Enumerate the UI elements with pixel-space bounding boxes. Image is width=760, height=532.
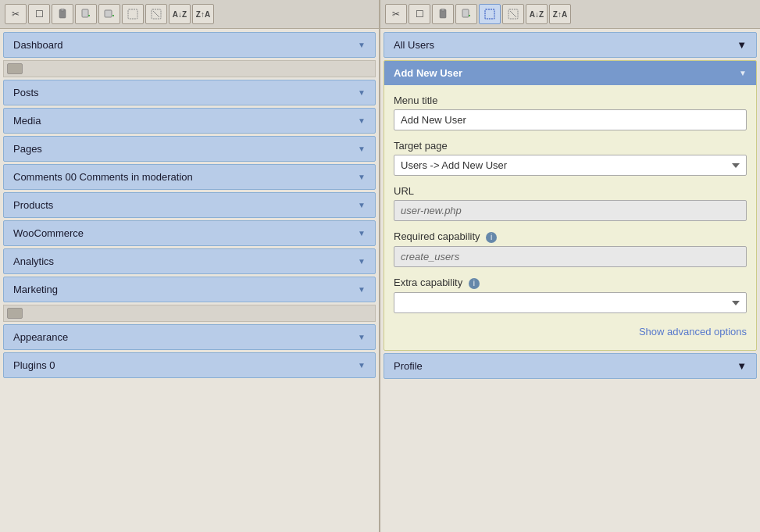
chevron-icon: ▼ [358, 201, 366, 209]
left-panel-content: Dashboard ▼ Posts ▼ Media ▼ Pages ▼ [0, 29, 379, 532]
chevron-icon: ▼ [358, 173, 366, 181]
extra-capability-group: Extra capability i edit_posts manage_opt… [394, 277, 747, 313]
chevron-icon: ▼ [358, 361, 366, 370]
chevron-icon: ▼ [358, 333, 366, 341]
form-body: Menu title Target page Users -> Add New … [384, 85, 756, 350]
profile-header[interactable]: Profile ▼ [384, 353, 757, 379]
nav-item-media[interactable]: Media ▼ [3, 108, 376, 134]
chevron-icon: ▼ [358, 285, 366, 294]
left-toolbar: ✂ ☐ A↓Z Z↑A [0, 0, 379, 29]
copy-button[interactable]: ☐ [28, 4, 50, 24]
paste-right-button[interactable] [432, 4, 454, 24]
chevron-icon: ▼ [358, 88, 366, 97]
right-toolbar: ✂ ☐ A↓Z Z↑A [380, 0, 760, 29]
add-item-button[interactable] [98, 4, 120, 24]
chevron-icon: ▼ [358, 41, 366, 49]
nav-item-marketing[interactable]: Marketing ▼ [3, 277, 376, 302]
svg-rect-8 [128, 9, 137, 19]
nav-item-analytics[interactable]: Analytics ▼ [3, 248, 376, 274]
all-users-label: All Users [394, 39, 434, 51]
sort-az-button[interactable]: A↓Z [169, 4, 191, 24]
url-group: URL [394, 185, 747, 221]
svg-rect-16 [485, 9, 494, 19]
show-advanced-container: Show advanced options [394, 323, 747, 341]
nav-item-comments[interactable]: Comments 00 Comments in moderation ▼ [3, 164, 376, 190]
left-panel: ✂ ☐ A↓Z Z↑A [0, 0, 380, 532]
target-page-label: Target page [394, 140, 747, 152]
all-users-header[interactable]: All Users ▼ [384, 32, 757, 58]
scrollbar-indicator-1[interactable] [3, 60, 376, 77]
new-right-button[interactable] [455, 4, 477, 24]
extra-capability-select[interactable]: edit_posts manage_options create_users [394, 292, 747, 313]
show-advanced-link[interactable]: Show advanced options [639, 326, 747, 337]
nav-item-appearance[interactable]: Appearance ▼ [3, 324, 376, 350]
add-new-user-item: Add New User ▼ Menu title Target page Us… [384, 60, 757, 351]
nav-item-plugins[interactable]: Plugins 0 ▼ [3, 352, 376, 378]
expanded-header-label: Add New User [394, 67, 462, 79]
expanded-header-chevron: ▼ [739, 69, 747, 77]
select-right-button[interactable] [479, 4, 501, 24]
new-page-button[interactable] [75, 4, 97, 24]
sort-za-button[interactable]: Z↑A [192, 4, 214, 24]
chevron-icon: ▼ [358, 145, 366, 153]
nav-item-dashboard[interactable]: Dashboard ▼ [3, 32, 376, 58]
svg-rect-1 [61, 9, 64, 11]
chevron-icon: ▼ [358, 257, 366, 266]
cut-button[interactable]: ✂ [5, 4, 27, 24]
extra-capability-info-icon[interactable]: i [469, 278, 480, 289]
required-capability-label: Required capability i [394, 230, 747, 243]
copy-right-button[interactable]: ☐ [409, 4, 430, 24]
chevron-icon: ▼ [737, 360, 747, 372]
svg-line-10 [153, 11, 159, 17]
svg-rect-12 [441, 9, 444, 11]
svg-rect-13 [462, 9, 469, 17]
paste-button[interactable] [52, 4, 73, 24]
required-capability-info-icon[interactable]: i [486, 232, 497, 243]
nav-item-woocommerce[interactable]: WooCommerce ▼ [3, 220, 376, 246]
svg-rect-2 [82, 9, 88, 17]
chevron-icon: ▼ [737, 39, 747, 51]
required-capability-group: Required capability i [394, 230, 747, 267]
chevron-icon: ▼ [358, 229, 366, 237]
svg-line-18 [510, 11, 516, 17]
menu-title-label: Menu title [394, 95, 747, 106]
expanded-item-header[interactable]: Add New User ▼ [384, 61, 756, 85]
extra-capability-label: Extra capability i [394, 277, 747, 289]
sort-az-right-button[interactable]: A↓Z [526, 4, 548, 24]
deselect-button[interactable] [145, 4, 167, 24]
right-panel: ✂ ☐ A↓Z Z↑A All Users [380, 0, 760, 532]
svg-rect-5 [105, 10, 112, 17]
url-label: URL [394, 185, 747, 197]
deselect-right-button[interactable] [502, 4, 524, 24]
menu-title-group: Menu title [394, 95, 747, 130]
nav-item-posts[interactable]: Posts ▼ [3, 80, 376, 105]
sort-za-right-button[interactable]: Z↑A [549, 4, 571, 24]
main-area: ✂ ☐ A↓Z Z↑A [0, 0, 760, 532]
scrollbar-thumb [7, 63, 23, 74]
url-input [394, 200, 747, 221]
nav-item-pages[interactable]: Pages ▼ [3, 136, 376, 162]
chevron-icon: ▼ [358, 116, 366, 125]
cut-right-button[interactable]: ✂ [385, 4, 407, 24]
profile-label: Profile [394, 360, 423, 372]
menu-title-input[interactable] [394, 109, 747, 130]
scrollbar-thumb-2 [7, 308, 23, 319]
select-button[interactable] [122, 4, 144, 24]
scrollbar-indicator-2[interactable] [3, 305, 376, 322]
right-panel-content: All Users ▼ Add New User ▼ Menu title [380, 29, 760, 532]
required-capability-input [394, 246, 747, 267]
nav-item-products[interactable]: Products ▼ [3, 192, 376, 218]
target-page-select[interactable]: Users -> Add New User Users -> All Users… [394, 155, 747, 176]
target-page-group: Target page Users -> Add New User Users … [394, 140, 747, 176]
